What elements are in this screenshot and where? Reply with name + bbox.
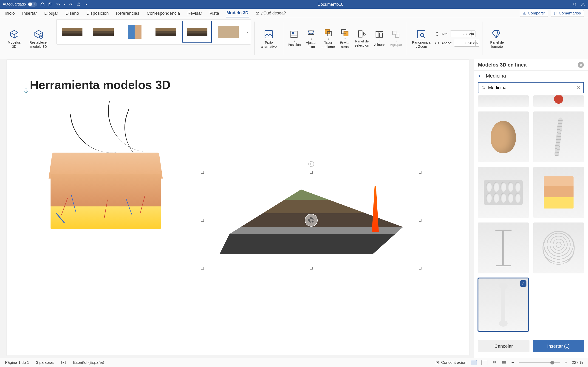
model-thumb-iv-stand[interactable] [478,223,529,273]
ribbon-panoramica-zoom[interactable]: Panorámica y Zoom [410,19,432,58]
gallery-view-4[interactable] [151,21,181,43]
resize-handle[interactable] [201,267,204,269]
ribbon-ajustar-label: Ajustar texto [306,41,317,49]
model-thumb-partial-1[interactable] [478,95,529,107]
document-canvas[interactable]: ⚓ Herramienta modelos 3D ↻ [0,59,474,358]
spinner-icon[interactable] [476,40,479,46]
chevron-down-icon: ▾ [311,38,312,40]
gallery-view-2[interactable] [89,21,118,43]
undo-icon[interactable] [56,2,61,7]
resize-handle[interactable] [310,171,313,174]
resize-handle[interactable] [419,171,422,174]
zoom-slider[interactable] [519,362,560,363]
zoom-out-icon[interactable]: − [511,360,514,365]
resize-handle[interactable] [201,219,204,222]
home-icon[interactable] [40,2,45,7]
model-thumb-skin[interactable] [533,167,584,218]
tab-referencias[interactable]: Referencias [115,9,140,17]
width-input[interactable]: 8,28 cm [454,40,479,47]
switch-icon[interactable] [28,2,37,7]
search-icon[interactable] [572,2,577,7]
svg-point-5 [573,3,575,5]
tab-disposicion[interactable]: Disposición [86,9,109,17]
share-button[interactable]: Compartir [520,10,548,17]
ribbon-ajustar-texto[interactable]: ▾ Ajustar texto [304,19,318,58]
ribbon-traer-adelante[interactable]: ▾ Traer adelante [320,19,336,58]
ribbon-texto-alternativo[interactable]: Texto alternativo [258,19,280,58]
rotate-3d-icon[interactable] [305,214,318,227]
tab-vista[interactable]: Vista [209,9,220,17]
ribbon-modelos-3d[interactable]: Modelos 3D [3,19,25,58]
page-count[interactable]: Página 1 de 1 [5,360,29,365]
zoom-in-icon[interactable]: + [565,360,567,365]
model-thumb-bone-selected[interactable]: ✓ [478,278,529,331]
model-thumb-ear[interactable] [478,111,529,162]
gallery-view-1[interactable] [57,21,87,43]
ribbon-panel-seleccion[interactable]: Panel de selección [353,19,371,58]
ribbon-alinear[interactable]: ▾ Alinear [373,19,386,58]
autosave-toggle[interactable]: Autoguardado [3,2,37,7]
tell-me-search[interactable]: ¿Qué desea? [255,11,286,16]
search-icon [481,85,486,90]
pan-zoom-icon [415,28,427,40]
web-layout-view[interactable] [481,360,487,365]
search-input[interactable]: ✕ [478,82,584,93]
model-thumb-pills[interactable] [478,167,529,218]
clear-icon[interactable]: ✕ [577,85,581,90]
tab-revisar[interactable]: Revisar [187,9,202,17]
resize-handle[interactable] [419,219,422,222]
gallery-more-icon[interactable]: › [245,21,250,43]
lava-detail [372,186,379,232]
outline-view-icon[interactable] [492,361,497,365]
ribbon-restablecer[interactable]: Restablecer modelo 3D [27,19,50,58]
svg-rect-2 [77,4,80,6]
resize-handle[interactable] [310,267,313,269]
ribbon-panel-formato[interactable]: Panel de formato [486,19,508,58]
group-icon [391,30,401,39]
resize-handle[interactable] [419,267,422,269]
ribbon-posicion[interactable]: ▾ Posición [286,19,302,58]
svg-rect-3 [78,3,79,4]
rotate-handle-icon[interactable]: ↻ [309,161,314,167]
gallery-view-6[interactable] [214,21,243,43]
print-layout-view[interactable] [471,360,477,365]
tab-correspondencia[interactable]: Correspondencia [146,9,181,17]
tab-modelo-3d[interactable]: Modelo 3D [226,9,249,17]
word-count[interactable]: 3 palabras [36,360,54,365]
gallery-view-5-selected[interactable] [182,21,212,43]
spellcheck-icon[interactable] [61,361,66,365]
search-field[interactable] [488,85,574,90]
svg-rect-16 [359,31,362,37]
model-thumb-ribcage[interactable] [533,223,584,273]
model-thumb-spine[interactable] [533,111,584,162]
ribbon-panel-sel-label: Panel de selección [355,39,369,48]
tab-inicio[interactable]: Inicio [4,9,15,17]
height-input[interactable]: 3,33 cm [450,31,476,37]
comments-button[interactable]: Comentarios [551,10,584,17]
draft-view-icon[interactable] [502,361,507,365]
back-button[interactable]: Medicina [474,71,588,81]
close-icon[interactable]: ✕ [578,62,584,68]
ribbon-enviar-atras[interactable]: ▾ Enviar atrás [338,19,351,58]
qat-more-icon[interactable]: ▾ [84,2,89,7]
insert-button[interactable]: Insertar (1) [533,340,584,352]
save-icon[interactable] [48,2,52,7]
language-label[interactable]: Español (España) [73,360,104,365]
resize-handle[interactable] [201,171,204,174]
redo-icon[interactable] [69,2,73,7]
tab-diseno[interactable]: Diseño [65,9,79,17]
chevron-down-icon: ▾ [328,38,329,40]
skin-3d-model[interactable] [41,115,170,234]
gallery-view-3[interactable] [120,21,149,43]
zoom-level[interactable]: 227 % [572,360,583,365]
focus-mode-button[interactable]: Concentración [435,360,467,365]
undo-dropdown-icon[interactable]: ▾ [64,3,65,6]
spinner-icon[interactable] [472,31,475,37]
terrain-3d-model-selected[interactable]: ↻ [202,172,420,268]
tab-insertar[interactable]: Insertar [22,9,37,17]
tab-dibujar[interactable]: Dibujar [44,9,59,17]
account-icon[interactable] [581,2,585,7]
cancel-button[interactable]: Cancelar [478,340,529,352]
model-thumb-partial-2[interactable] [533,95,584,107]
print-icon[interactable] [76,2,81,7]
